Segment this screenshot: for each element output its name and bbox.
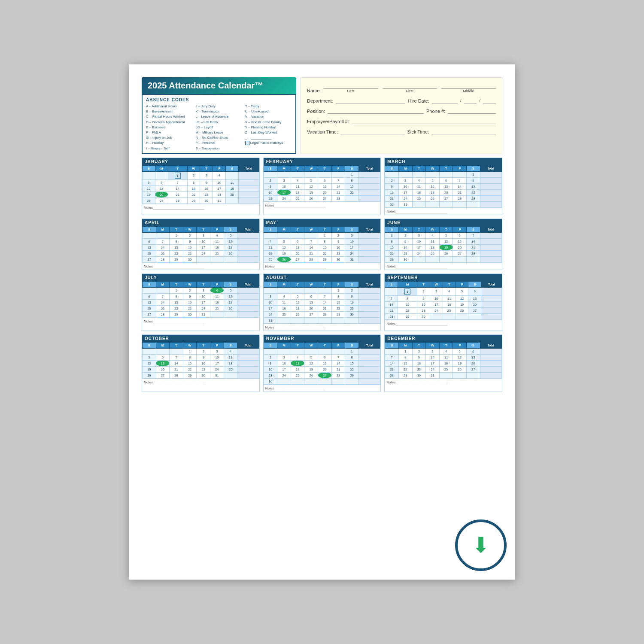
table-row: 7 (318, 293, 332, 299)
first-name-line[interactable] (383, 82, 437, 89)
cal-day-header: M (277, 342, 291, 348)
table-row: 7 (385, 295, 398, 301)
table-row: 12 (224, 293, 237, 299)
emp-line[interactable] (352, 117, 496, 124)
cal-table: SMTWTFSTotal1234567891011121314151617181… (385, 342, 502, 379)
table-row: 10 (197, 238, 210, 244)
table-row: 30 (264, 378, 277, 384)
table-row: 27 (155, 197, 168, 204)
table-row: 9 (385, 183, 399, 189)
table-row: 5 (224, 232, 237, 238)
table-row: 9 (345, 293, 359, 299)
download-overlay[interactable]: ⬇ (455, 519, 507, 571)
cal-day-header: S (264, 165, 277, 171)
table-row: 4 (412, 177, 426, 183)
table-row: 26 (304, 195, 318, 201)
table-row: 17 (412, 244, 426, 250)
position-line[interactable] (328, 107, 424, 114)
cal-day-header: Total (237, 281, 259, 287)
table-row: 24 (426, 366, 440, 372)
table-row: 7 (331, 354, 345, 360)
cal-day-header: T (197, 226, 210, 232)
table-row: 8 (466, 177, 480, 183)
table-row: 9 (200, 179, 213, 185)
cal-day-header: Total (358, 226, 380, 232)
cal-day-header: T (197, 342, 210, 348)
hire-line2[interactable] (464, 97, 477, 103)
table-row: 8 (345, 354, 359, 360)
table-row: 17 (277, 366, 291, 372)
hire-line[interactable] (432, 97, 458, 103)
dept-line[interactable] (336, 97, 406, 103)
table-row (481, 287, 502, 295)
cal-day-header: S (143, 342, 156, 348)
table-row (170, 348, 183, 354)
table-row (430, 313, 443, 319)
table-row: 15 (345, 183, 359, 189)
table-row: 8 (385, 238, 399, 244)
download-icon[interactable]: ⬇ (472, 535, 490, 556)
table-row (358, 195, 380, 201)
cal-day-header: W (304, 281, 318, 287)
cal-day-header: S (466, 226, 480, 232)
cal-day-header: T (291, 165, 304, 171)
cal-day-header: Total (480, 342, 501, 348)
table-row: 12 (304, 360, 318, 366)
download-circle[interactable]: ⬇ (455, 519, 507, 571)
table-row: 9 (417, 295, 430, 301)
last-name-line[interactable] (323, 82, 378, 89)
table-row (331, 171, 345, 177)
table-row: 3 (264, 293, 277, 299)
table-row: 8 (318, 238, 332, 244)
table-row: 6 (468, 287, 481, 295)
table-row: 30 (331, 256, 345, 262)
hire-line3[interactable] (483, 97, 496, 103)
table-row: 1 (331, 287, 345, 293)
table-row (237, 360, 259, 366)
table-row: 26 (143, 372, 156, 378)
table-row: 10 (213, 179, 226, 185)
table-row: 31 (210, 372, 224, 378)
vacation-line[interactable] (340, 128, 405, 134)
table-row: 7 (331, 177, 345, 183)
cal-day-header: S (468, 281, 481, 287)
table-row: 12 (143, 185, 155, 191)
cal-month-september: SEPTEMBERSMTWTFSTotal1234567891011121314… (384, 273, 502, 331)
table-row (412, 256, 426, 262)
table-row: 22 (345, 366, 359, 372)
table-row: 21 (385, 307, 398, 313)
table-row: 15 (398, 360, 412, 366)
table-row: 3 (277, 177, 291, 183)
cal-day-header: F (331, 281, 345, 287)
table-row: 21 (156, 250, 170, 256)
table-row (143, 171, 155, 179)
table-row (480, 256, 501, 262)
table-row: 3 (197, 287, 210, 293)
table-row: 13 (143, 244, 156, 250)
middle-name-line[interactable] (441, 82, 496, 89)
sick-line[interactable] (431, 128, 496, 134)
table-row: 19 (224, 244, 237, 250)
cal-table: SMTWTFSTotal1234567891011121314151617181… (264, 165, 381, 202)
table-row: 12 (456, 295, 468, 301)
cal-day-header: Total (481, 281, 502, 287)
table-row: 5 (453, 348, 467, 354)
table-row (358, 177, 380, 183)
table-row (291, 287, 304, 293)
phone-line[interactable] (448, 107, 496, 114)
table-row: 23 (200, 191, 213, 197)
table-row: 19 (143, 366, 156, 372)
table-row: 1 (318, 232, 332, 238)
table-row: 7 (156, 293, 170, 299)
cal-day-header: S (226, 165, 239, 171)
table-row: 27 (466, 366, 480, 372)
table-row (466, 256, 480, 262)
table-row (358, 171, 380, 177)
table-row: 8 (170, 238, 183, 244)
table-row: 21 (304, 250, 318, 256)
table-row: 8 (398, 354, 412, 360)
table-row: 13 (156, 360, 170, 366)
table-row: 21 (318, 305, 332, 311)
table-row (239, 179, 259, 185)
table-row: 8 (398, 295, 417, 301)
